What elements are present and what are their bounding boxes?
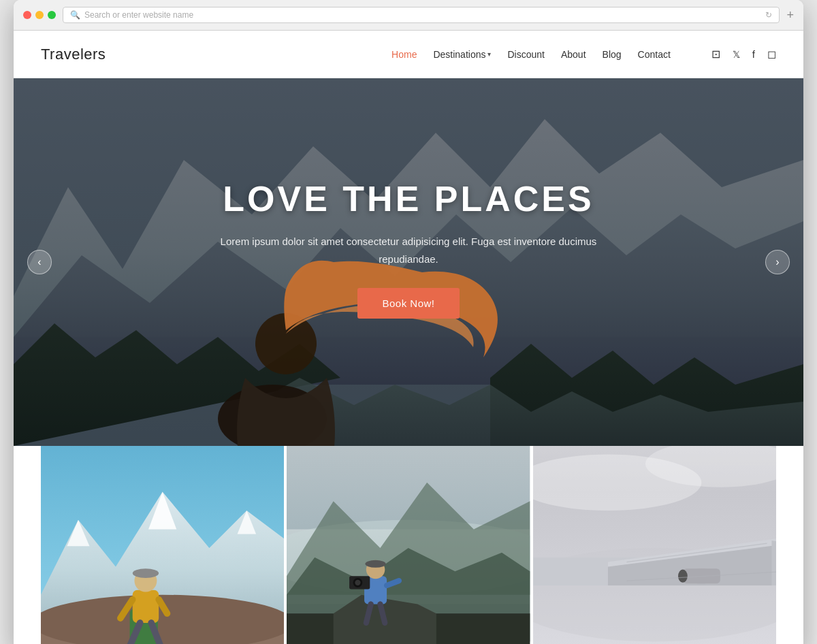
chevron-left-icon: ‹ xyxy=(37,256,41,268)
dropdown-arrow-icon: ▾ xyxy=(487,50,491,58)
hero-subtitle: Lorem ipsum dolor sit amet consectetur a… xyxy=(218,233,599,268)
card-photographer[interactable] xyxy=(287,446,530,644)
card-hiker[interactable] xyxy=(41,446,284,644)
twitter-icon[interactable]: 𝕏 xyxy=(733,49,740,60)
nav-item-destinations[interactable]: Destinations ▾ xyxy=(433,49,491,60)
camera-icon[interactable]: ⊡ xyxy=(711,48,720,61)
instagram-icon[interactable]: ◻ xyxy=(767,48,776,61)
nav-item-about[interactable]: About xyxy=(561,48,586,61)
website-content: Travelers Home Destinations ▾ Discount A… xyxy=(14,31,803,644)
nav-link-blog[interactable]: Blog xyxy=(603,49,622,60)
social-links: ⊡ 𝕏 f ◻ xyxy=(711,48,776,61)
nav-link-discount[interactable]: Discount xyxy=(507,49,544,60)
brand-logo[interactable]: Travelers xyxy=(41,46,106,63)
book-now-button[interactable]: Book Now! xyxy=(357,288,459,319)
hero-section: ‹ LOVE THE PLACES Lorem ipsum dolor sit … xyxy=(14,78,803,446)
reload-icon[interactable]: ↻ xyxy=(765,10,772,20)
svg-point-35 xyxy=(366,560,386,568)
nav-item-discount[interactable]: Discount xyxy=(507,48,544,61)
card-airplane[interactable] xyxy=(533,446,776,644)
browser-dots xyxy=(23,11,56,19)
navbar: Travelers Home Destinations ▾ Discount A… xyxy=(14,31,803,78)
nav-link-home[interactable]: Home xyxy=(391,49,417,60)
svg-point-40 xyxy=(355,580,361,585)
nav-link-about[interactable]: About xyxy=(561,49,586,60)
facebook-icon[interactable]: f xyxy=(752,48,755,60)
hero-content: LOVE THE PLACES Lorem ipsum dolor sit am… xyxy=(204,178,613,319)
address-text: Search or enter website name xyxy=(84,10,193,20)
svg-point-19 xyxy=(133,568,159,578)
svg-rect-17 xyxy=(133,590,159,623)
nav-link-destinations[interactable]: Destinations ▾ xyxy=(433,49,491,60)
svg-point-52 xyxy=(678,570,688,583)
browser-window: 🔍 Search or enter website name ↻ + Trave… xyxy=(14,0,803,644)
carousel-prev-button[interactable]: ‹ xyxy=(27,250,52,274)
nav-item-home[interactable]: Home xyxy=(391,48,417,61)
maximize-button[interactable] xyxy=(48,11,56,19)
chevron-right-icon: › xyxy=(775,256,779,268)
nav-link-contact[interactable]: Contact xyxy=(638,49,671,60)
nav-item-blog[interactable]: Blog xyxy=(603,48,622,61)
hero-title: LOVE THE PLACES xyxy=(218,178,599,219)
nav-menu: Home Destinations ▾ Discount About Blog xyxy=(391,48,671,61)
search-icon: 🔍 xyxy=(70,10,80,20)
carousel-next-button[interactable]: › xyxy=(765,250,790,274)
close-button[interactable] xyxy=(23,11,31,19)
new-tab-button[interactable]: + xyxy=(786,8,794,22)
nav-item-contact[interactable]: Contact xyxy=(638,48,671,61)
address-bar[interactable]: 🔍 Search or enter website name ↻ xyxy=(63,7,780,23)
minimize-button[interactable] xyxy=(35,11,44,19)
cards-section xyxy=(14,446,803,644)
browser-chrome: 🔍 Search or enter website name ↻ + xyxy=(14,0,803,31)
